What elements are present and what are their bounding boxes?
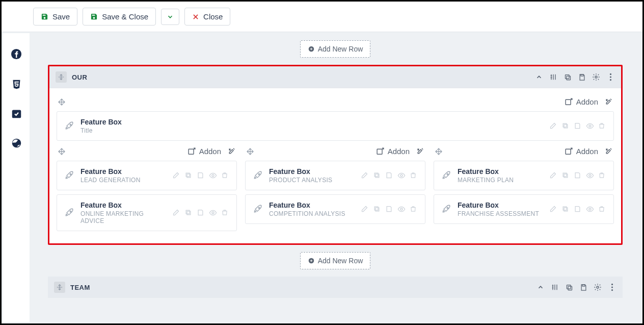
- copy-icon[interactable]: [373, 171, 381, 180]
- close-button[interactable]: Close: [184, 8, 230, 26]
- add-row-button-top[interactable]: Add New Row: [300, 40, 370, 58]
- trash-icon[interactable]: [410, 171, 418, 180]
- eye-icon[interactable]: [397, 205, 406, 213]
- gear-icon[interactable]: [592, 72, 601, 82]
- edit-icon[interactable]: [549, 122, 557, 130]
- svg-rect-27: [377, 149, 382, 154]
- copy-icon[interactable]: [563, 72, 572, 82]
- addon-button[interactable]: Addon: [565, 147, 598, 156]
- save-icon[interactable]: [197, 209, 205, 217]
- columns-icon[interactable]: [549, 72, 558, 82]
- save-close-button[interactable]: Save & Close: [83, 8, 156, 26]
- move-icon[interactable]: [58, 147, 66, 156]
- feature-box[interactable]: Feature Box MARKETING PLAN: [434, 161, 614, 190]
- copy-icon[interactable]: [561, 122, 570, 130]
- columns-icon[interactable]: [550, 283, 559, 292]
- save-icon[interactable]: [574, 122, 582, 130]
- add-row-button-bottom[interactable]: Add New Row: [300, 252, 370, 269]
- calendar-check-icon[interactable]: [11, 108, 22, 119]
- collapse-icon[interactable]: [534, 72, 544, 82]
- save-section-icon[interactable]: [577, 72, 586, 82]
- edit-icon[interactable]: [172, 171, 180, 180]
- copy-icon[interactable]: [373, 205, 381, 213]
- feature-sub: LEAD GENERATION: [81, 177, 141, 184]
- more-icon[interactable]: [606, 72, 615, 82]
- save-icon[interactable]: [574, 205, 582, 213]
- css3-icon[interactable]: [11, 78, 22, 89]
- tools-icon[interactable]: [416, 147, 424, 156]
- tools-icon[interactable]: [604, 97, 613, 106]
- feature-sub: PRODUCT ANALYSIS: [269, 177, 332, 184]
- row-controls: Addon: [434, 145, 614, 161]
- trash-icon[interactable]: [221, 171, 229, 180]
- feature-box[interactable]: Feature Box PRODUCT ANALYSIS: [245, 161, 425, 190]
- collapse-icon[interactable]: [536, 283, 545, 292]
- edit-icon[interactable]: [172, 209, 180, 217]
- save-button[interactable]: Save: [33, 8, 77, 26]
- move-icon[interactable]: [58, 98, 66, 106]
- move-icon[interactable]: [435, 147, 443, 156]
- svg-rect-8: [581, 74, 583, 76]
- edit-icon[interactable]: [361, 171, 369, 180]
- trash-icon[interactable]: [598, 122, 606, 130]
- trash-icon[interactable]: [221, 209, 229, 217]
- edit-icon[interactable]: [361, 205, 369, 213]
- more-icon[interactable]: [607, 283, 616, 292]
- section-title: TEAM: [70, 284, 90, 291]
- save-icon[interactable]: [385, 171, 393, 180]
- globe-icon[interactable]: [11, 137, 22, 148]
- trash-icon[interactable]: [598, 171, 606, 180]
- gear-icon[interactable]: [593, 283, 602, 292]
- drag-handle-icon[interactable]: [56, 71, 67, 83]
- trash-icon[interactable]: [598, 205, 606, 213]
- copy-icon[interactable]: [565, 283, 574, 292]
- svg-point-40: [589, 174, 591, 177]
- eye-icon[interactable]: [209, 209, 217, 217]
- feature-box[interactable]: Feature Box LEAD GENERATION: [57, 161, 237, 190]
- drag-handle-icon[interactable]: [54, 282, 65, 293]
- eye-icon[interactable]: [209, 171, 217, 180]
- move-icon[interactable]: [246, 147, 254, 156]
- svg-rect-29: [375, 174, 379, 178]
- save-section-icon[interactable]: [579, 283, 588, 292]
- copy-icon[interactable]: [561, 171, 570, 180]
- svg-point-14: [70, 124, 71, 126]
- item-actions: [361, 171, 418, 180]
- edit-icon[interactable]: [549, 171, 557, 180]
- copy-icon[interactable]: [561, 205, 570, 213]
- eye-icon[interactable]: [586, 205, 594, 213]
- eye-icon[interactable]: [397, 171, 406, 180]
- trash-icon[interactable]: [410, 205, 418, 213]
- copy-icon[interactable]: [184, 209, 193, 217]
- eye-icon[interactable]: [586, 122, 594, 130]
- addon-label: Addon: [576, 147, 598, 156]
- svg-rect-38: [564, 174, 568, 178]
- save-icon[interactable]: [385, 205, 393, 213]
- feature-sub: FRANCHISE ASSESSMENT: [458, 210, 539, 217]
- section-title: OUR: [72, 73, 87, 81]
- top-toolbar: Save Save & Close Close: [2, 2, 642, 32]
- facebook-icon[interactable]: [11, 48, 22, 60]
- svg-point-11: [609, 76, 611, 78]
- feature-box[interactable]: Feature Box FRANCHISE ASSESSMENT: [434, 194, 614, 224]
- feature-name: Feature Box: [458, 201, 539, 209]
- svg-rect-16: [563, 123, 567, 127]
- rocket-icon: [64, 208, 74, 218]
- tools-icon[interactable]: [604, 147, 613, 156]
- feature-box[interactable]: Feature Box COMPETITION ANALYSIS: [245, 194, 425, 224]
- svg-point-12: [609, 79, 611, 81]
- feature-box-title[interactable]: Feature Box Title: [57, 111, 614, 141]
- addon-button[interactable]: Addon: [187, 147, 221, 156]
- addon-button[interactable]: Addon: [565, 97, 598, 106]
- copy-icon[interactable]: [184, 171, 193, 180]
- save-dropdown-button[interactable]: [161, 9, 179, 25]
- column-1: Addon Feature Box PRODUCT ANALYSIS Featu…: [245, 145, 425, 235]
- tools-icon[interactable]: [227, 147, 236, 156]
- addon-button[interactable]: Addon: [376, 147, 410, 156]
- eye-icon[interactable]: [586, 171, 594, 180]
- save-icon[interactable]: [574, 171, 582, 180]
- row-controls: Addon: [57, 145, 237, 161]
- edit-icon[interactable]: [549, 205, 557, 213]
- save-icon[interactable]: [197, 171, 205, 180]
- feature-box[interactable]: Feature Box ONLINE MARKETING ADVICE: [57, 194, 237, 231]
